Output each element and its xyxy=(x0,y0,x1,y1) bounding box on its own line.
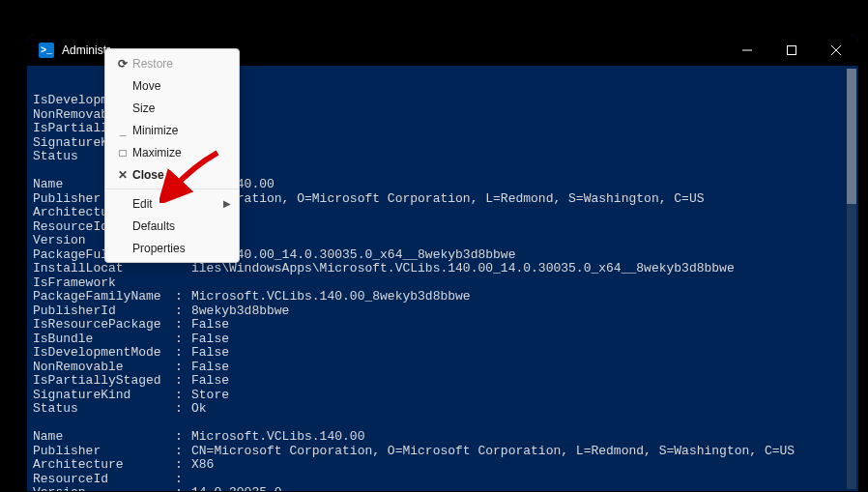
property-value: Corporation, O=Microsoft Corporation, L=… xyxy=(191,192,705,207)
menu-item-label: Move xyxy=(132,79,231,93)
minimize-icon xyxy=(742,45,752,55)
output-row: PublisherId: 8wekyb3d8bbwe xyxy=(33,304,853,319)
chevron-right-icon: ▶ xyxy=(223,198,231,209)
vertical-scrollbar[interactable] xyxy=(847,69,856,489)
colon: : xyxy=(175,304,191,319)
output-row: ResourceId: xyxy=(33,473,853,487)
colon xyxy=(175,276,191,291)
scrollbar-thumb[interactable] xyxy=(847,69,856,204)
property-key: Version xyxy=(33,486,175,491)
property-value: CN=Microsoft Corporation, O=Microsoft Co… xyxy=(191,445,795,459)
property-key: PackageFamilyName xyxy=(33,290,175,304)
maximize-icon: □ xyxy=(113,146,132,159)
close-button[interactable] xyxy=(814,35,858,66)
colon xyxy=(175,262,191,276)
colon: : xyxy=(175,346,191,361)
colon: : xyxy=(175,290,191,304)
property-value: False xyxy=(191,374,229,389)
menu-item-label: Size xyxy=(132,101,231,115)
output-row: Name: Microsoft.VCLibs.140.00 xyxy=(33,430,853,445)
property-value: Store xyxy=(191,389,229,403)
property-key: IsPartiallyStaged xyxy=(33,374,175,389)
menu-item-edit[interactable]: Edit▶ xyxy=(105,192,239,215)
close-icon xyxy=(831,45,841,55)
menu-item-move[interactable]: Move xyxy=(105,74,239,97)
property-value: 14.0.30035.0 xyxy=(191,486,282,491)
property-value: Microsoft.VCLibs.140.00_8wekyb3d8bbwe xyxy=(191,290,471,304)
property-key: IsFramework xyxy=(33,276,175,291)
output-row: NonRemovable: False xyxy=(33,361,853,375)
menu-item-label: Close xyxy=(132,168,231,182)
output-row: IsPartiallyStaged: False xyxy=(33,374,853,389)
property-key: InstallLocat xyxy=(33,262,175,276)
colon: : xyxy=(175,458,191,473)
property-key: NonRemovable xyxy=(33,361,175,375)
menu-item-maximize[interactable]: □Maximize xyxy=(105,141,239,163)
colon: : xyxy=(175,486,191,491)
menu-item-minimize[interactable]: _Minimize xyxy=(105,119,239,141)
menu-item-label: Maximize xyxy=(132,146,231,159)
colon: : xyxy=(175,389,191,403)
output-row: IsFramework xyxy=(33,276,853,291)
svg-rect-1 xyxy=(788,46,796,55)
property-value: False xyxy=(191,361,229,375)
colon: : xyxy=(175,445,191,459)
menu-item-label: Restore xyxy=(132,57,231,71)
restore-icon: ⟳ xyxy=(113,57,132,71)
output-row: IsBundle: False xyxy=(33,333,853,347)
property-key: Status xyxy=(33,402,175,417)
colon: : xyxy=(175,473,191,487)
property-key: SignatureKind xyxy=(33,389,175,403)
menu-separator xyxy=(105,188,239,189)
powershell-icon: >_ xyxy=(39,43,54,58)
output-row: Architecture: X86 xyxy=(33,458,853,473)
property-key: IsBundle xyxy=(33,333,175,347)
colon: : xyxy=(175,402,191,417)
property-value: False xyxy=(191,346,229,361)
property-value: X86 xyxy=(191,458,214,473)
menu-item-label: Properties xyxy=(132,242,231,255)
minimize-icon: _ xyxy=(113,124,132,137)
menu-item-restore: ⟳Restore xyxy=(105,52,239,74)
maximize-button[interactable] xyxy=(769,35,814,66)
output-row: Publisher: CN=Microsoft Corporation, O=M… xyxy=(33,445,853,459)
property-value: False xyxy=(191,318,229,333)
colon: : xyxy=(175,318,191,333)
output-row: Version: 14.0.30035.0 xyxy=(33,486,853,491)
output-row: IsDevelopmentMode: False xyxy=(33,346,853,361)
menu-item-close[interactable]: ✕Close xyxy=(105,163,239,186)
property-key: Name xyxy=(33,430,175,445)
property-value: 8wekyb3d8bbwe xyxy=(191,304,289,319)
system-context-menu: ⟳RestoreMoveSize_Minimize□Maximize✕Close… xyxy=(104,48,240,263)
window-title: Administr xyxy=(62,43,110,57)
colon: : xyxy=(175,333,191,347)
menu-item-size[interactable]: Size xyxy=(105,97,239,119)
menu-item-properties[interactable]: Properties xyxy=(105,237,239,259)
window-controls xyxy=(725,35,858,66)
menu-item-label: Minimize xyxy=(132,124,231,137)
output-row: SignatureKind: Store xyxy=(33,389,853,403)
menu-item-defaults[interactable]: Defaults xyxy=(105,215,239,237)
property-value: Ok xyxy=(191,402,207,417)
property-key: ResourceId xyxy=(33,473,175,487)
property-value: iles\WindowsApps\Microsoft.VCLibs.140.00… xyxy=(191,262,735,276)
close-icon: ✕ xyxy=(113,168,132,182)
property-value: Libs.140.00_14.0.30035.0_x64__8wekyb3d8b… xyxy=(191,248,515,263)
property-key: IsDevelopmentMode xyxy=(33,346,175,361)
property-value: Microsoft.VCLibs.140.00 xyxy=(191,430,364,445)
blank-line xyxy=(33,417,853,431)
output-row: IsResourcePackage: False xyxy=(33,318,853,333)
minimize-button[interactable] xyxy=(725,35,769,66)
property-key: Publisher xyxy=(33,445,175,459)
property-key: IsResourcePackage xyxy=(33,318,175,333)
property-key: Architecture xyxy=(33,458,175,473)
menu-item-label: Edit xyxy=(132,197,223,211)
colon: : xyxy=(175,374,191,389)
output-row: Status: Ok xyxy=(33,402,853,417)
colon: : xyxy=(175,430,191,445)
property-value: False xyxy=(191,333,229,347)
output-row: InstallLocatiles\WindowsApps\Microsoft.V… xyxy=(33,262,853,276)
colon: : xyxy=(175,361,191,375)
maximize-icon xyxy=(787,45,796,55)
property-key: PublisherId xyxy=(33,304,175,319)
